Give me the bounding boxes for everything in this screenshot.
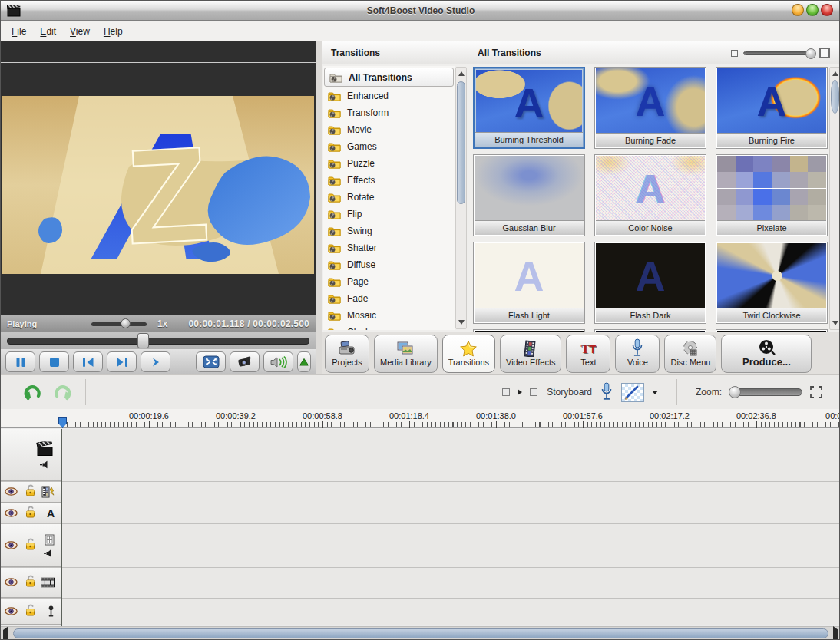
- scroll-up-icon[interactable]: [456, 68, 466, 79]
- stop-button[interactable]: [39, 351, 69, 372]
- timeline-view-icon[interactable]: [502, 388, 510, 396]
- visibility-eye-icon[interactable]: [5, 576, 18, 589]
- track-header-media-audio-track: [1, 524, 61, 567]
- pause-button[interactable]: [5, 351, 35, 372]
- transition-flash-light[interactable]: AFlash Light: [473, 242, 585, 324]
- track-lane-main-video-track[interactable]: [62, 429, 840, 481]
- category-diffuse[interactable]: Diffuse: [323, 256, 455, 273]
- scroll-down-icon[interactable]: [830, 318, 840, 328]
- speed-slider[interactable]: [91, 322, 147, 326]
- category-page[interactable]: Page: [323, 273, 455, 290]
- category-label: Swing: [347, 226, 372, 236]
- category-puzzle[interactable]: Puzzle: [323, 155, 455, 172]
- category-mosaic[interactable]: Mosaic: [323, 307, 455, 324]
- visibility-eye-icon[interactable]: [5, 539, 18, 553]
- transition-flash-dark[interactable]: AFlash Dark: [594, 242, 706, 324]
- category-swing[interactable]: Swing: [323, 223, 455, 239]
- category-transform[interactable]: Transform: [323, 104, 455, 121]
- seek-slider[interactable]: [7, 338, 309, 345]
- category-fade[interactable]: Fade: [323, 290, 455, 307]
- maximize-button[interactable]: [806, 4, 819, 16]
- transition-twirl-clockwise[interactable]: Twirl Clockwise: [716, 242, 828, 324]
- category-shatter[interactable]: Shatter: [323, 239, 455, 256]
- next-scene-button[interactable]: [107, 351, 137, 372]
- tab-text[interactable]: TTText: [566, 335, 610, 373]
- seek-slider-handle[interactable]: [137, 333, 149, 348]
- menu-edit[interactable]: Edit: [34, 24, 62, 39]
- transition-gaussian-blur[interactable]: Gaussian Blur: [473, 154, 585, 236]
- size-slider[interactable]: [743, 51, 814, 55]
- category-games[interactable]: Games: [323, 138, 455, 155]
- sound-button[interactable]: [263, 351, 293, 372]
- categories-scrollbar[interactable]: [455, 67, 467, 329]
- tab-voice[interactable]: Voice: [615, 335, 660, 373]
- pencil-dropdown-icon[interactable]: [652, 391, 658, 394]
- visibility-eye-icon[interactable]: [5, 506, 18, 520]
- scrollbar-thumb[interactable]: [13, 628, 828, 638]
- tab-media-library[interactable]: Media Library: [374, 335, 438, 373]
- category-effects[interactable]: Effects: [323, 172, 455, 189]
- minimize-button[interactable]: [792, 4, 804, 16]
- menu-view[interactable]: View: [64, 24, 96, 39]
- category-all-transitions[interactable]: All Transitions: [324, 68, 454, 87]
- timeline-horizontal-scrollbar[interactable]: [1, 626, 840, 640]
- gallery-scrollbar[interactable]: [829, 67, 840, 330]
- track-lane-media-audio-track[interactable]: [62, 524, 840, 567]
- tab-transitions[interactable]: Transitions: [442, 335, 495, 373]
- transition-color-noise[interactable]: AColor Noise: [594, 154, 706, 236]
- menu-file[interactable]: File: [5, 24, 32, 39]
- visibility-eye-icon[interactable]: [5, 605, 18, 619]
- visibility-eye-icon[interactable]: [5, 485, 18, 499]
- play-button[interactable]: [141, 351, 170, 372]
- tab-video-effects[interactable]: Video Effects: [500, 335, 561, 373]
- tab-disc-menu[interactable]: Disc Menu: [664, 335, 716, 373]
- category-movie[interactable]: Movie: [323, 121, 455, 138]
- track-lane-voice-track[interactable]: [62, 599, 840, 625]
- category-rotate[interactable]: Rotate: [323, 189, 455, 206]
- scroll-up-icon[interactable]: [830, 68, 840, 79]
- close-button[interactable]: [821, 4, 833, 16]
- tab-projects[interactable]: Projects: [325, 335, 369, 373]
- transition-burning-fire[interactable]: ABurning Fire: [716, 67, 828, 149]
- storyboard-view-icon[interactable]: [530, 388, 537, 396]
- scrollbar-thumb[interactable]: [457, 81, 465, 204]
- redo-button[interactable]: [51, 382, 74, 402]
- small-size-icon[interactable]: [731, 50, 738, 57]
- track-lane-video-track[interactable]: [62, 568, 840, 598]
- category-label: Transform: [347, 107, 389, 118]
- category-clock[interactable]: Clock: [323, 324, 455, 330]
- large-size-icon[interactable]: [819, 48, 830, 58]
- lock-icon[interactable]: [25, 538, 36, 553]
- category-enhanced[interactable]: Enhanced: [323, 87, 455, 104]
- size-slider-handle[interactable]: [805, 48, 816, 59]
- undo-button[interactable]: [21, 382, 44, 402]
- menu-help[interactable]: Help: [98, 24, 129, 39]
- fullscreen-button[interactable]: [196, 351, 226, 372]
- track-lane-overlay-video-track[interactable]: [62, 482, 840, 503]
- scroll-left-icon[interactable]: [3, 630, 8, 640]
- timeline-zoom-slider[interactable]: [729, 388, 802, 396]
- lock-icon[interactable]: [25, 604, 36, 619]
- track-lane-text-track[interactable]: [62, 503, 840, 523]
- zoom-slider-handle[interactable]: [729, 386, 741, 398]
- vertical-splitter[interactable]: [316, 41, 322, 374]
- speed-slider-handle[interactable]: [121, 318, 131, 328]
- tab-produce[interactable]: Produce...: [721, 335, 812, 373]
- scroll-down-icon[interactable]: [456, 317, 466, 328]
- transition-burning-threshold[interactable]: ABurning Threshold: [473, 67, 585, 149]
- scrollbar-thumb[interactable]: [831, 80, 839, 114]
- timeline-ruler[interactable]: 00:00:19.600:00:39.200:00:58.800:01:18.4…: [1, 409, 840, 428]
- lock-icon[interactable]: [25, 506, 36, 521]
- record-voice-icon[interactable]: [600, 382, 613, 402]
- snapshot-button[interactable]: [230, 351, 260, 372]
- fit-timeline-icon[interactable]: [810, 386, 822, 398]
- transition-pixelate[interactable]: Pixelate: [716, 154, 828, 236]
- edit-pencil-button[interactable]: [621, 383, 644, 402]
- volume-up-button[interactable]: [297, 351, 311, 372]
- scroll-right-icon[interactable]: [833, 630, 838, 640]
- previous-scene-button[interactable]: [73, 351, 103, 372]
- transition-burning-fade[interactable]: ABurning Fade: [594, 67, 706, 149]
- lock-icon[interactable]: [25, 575, 36, 590]
- lock-icon[interactable]: [25, 484, 36, 500]
- category-flip[interactable]: Flip: [323, 206, 455, 223]
